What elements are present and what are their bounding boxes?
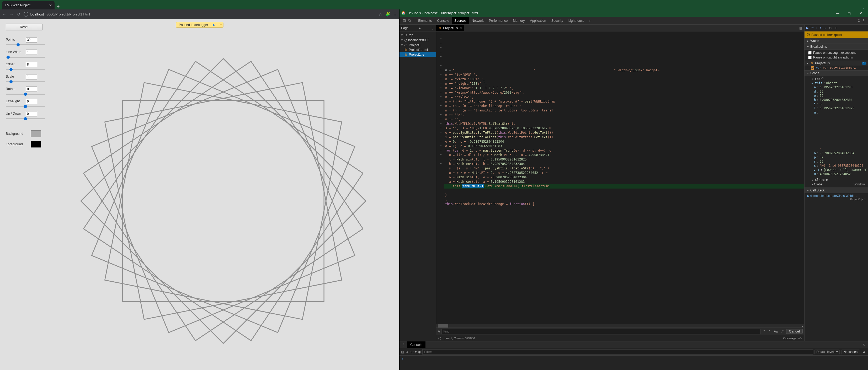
callstack-frame[interactable]: ◆ rtl.module.rtl.createClass.WebH… [805,193,868,198]
linewidth-slider[interactable] [6,57,45,58]
breakpoints-section[interactable]: ▾Breakpoints [805,44,868,50]
find-icon[interactable]: Aͅ [438,330,440,333]
watch-section[interactable]: ▸Watch [805,38,868,44]
step-icon[interactable]: → [824,26,827,30]
offset-slider[interactable] [6,69,45,70]
find-prev-icon[interactable]: ˄ [762,330,766,333]
tree-top[interactable]: ▾🗋top [400,32,436,37]
reset-button[interactable]: Reset [6,24,42,30]
scope-var[interactable]: l: 0.19509032201612825 [808,106,867,111]
scope-var[interactable]: n: " [808,111,867,151]
console-context[interactable]: top ▾ [410,350,416,354]
step-into-icon[interactable]: ↓ [816,26,818,30]
new-tab-button[interactable]: + [55,4,62,9]
scope-var[interactable]: d: 25 [808,89,867,94]
nav-back-icon[interactable]: ← [2,12,7,17]
close-icon[interactable]: ✕ [459,26,462,30]
site-info-icon[interactable]: i [24,12,28,17]
rotate-input[interactable] [26,87,37,92]
console-prompt[interactable]: › [400,356,868,370]
kebab-icon[interactable]: ⋮ [861,19,866,23]
bp-uncaught[interactable]: Pause on uncaught exceptions [808,50,867,55]
rotate-slider[interactable] [6,94,45,95]
tab-elements[interactable]: Elements [415,17,434,24]
log-levels[interactable]: Default levels ▾ [814,349,839,354]
scope-var[interactable]: h: 0.9807852804032304 [808,98,867,102]
scale-input[interactable] [26,74,37,80]
editor-hscrollbar[interactable]: ▸ [436,324,804,328]
scope-var[interactable]: r: 25 [808,159,867,164]
leftright-slider[interactable] [6,106,45,107]
issues-badge[interactable]: No Issues [841,349,860,354]
breakpoint-file[interactable]: ▾🗎 Project1.js 1 [805,61,868,66]
offset-input[interactable] [26,62,37,67]
points-input[interactable] [26,37,37,42]
scope-var[interactable]: u: 4.908738521234052 [808,172,867,176]
find-next-icon[interactable]: ˅ [768,330,771,333]
bookmark-icon[interactable]: ☆ [378,12,383,17]
scope-var[interactable]: e: 32 [808,94,867,98]
tab-network[interactable]: Network [469,17,486,24]
tab-sources[interactable]: Sources [452,17,469,24]
scope-var[interactable]: ▸ this: Object [808,81,867,85]
callstack-section[interactable]: ▾Call Stack [805,187,868,193]
scope-section[interactable]: ▾Scope [805,70,868,76]
scope-var[interactable]: p: 32 [808,155,867,159]
editor-tab[interactable]: 🗎 Project1.js ✕ [436,25,464,31]
regex-icon[interactable]: .* [780,330,784,333]
scope-var[interactable]: i: 8 [808,102,867,106]
tab-application[interactable]: Application [528,17,549,24]
close-icon[interactable]: ✕ [46,3,52,7]
maximize-icon[interactable]: ▢ [844,11,855,15]
console-settings-icon[interactable]: ⚙ [862,350,866,354]
scope-var[interactable]: s: "M0,-1 L0.98078528040323 [808,164,867,168]
fg-swatch[interactable] [31,141,41,148]
settings-icon[interactable]: ⚙ [858,19,861,23]
chevron-down-icon[interactable]: ⌄ [860,5,868,9]
tab-lighthouse[interactable]: Lighthouse [566,17,587,24]
device-icon[interactable]: ⧉ [407,19,412,23]
scope-var[interactable]: ▸ t: {FOwner: null, FName: 'F [808,168,867,172]
drawer-menu-icon[interactable]: ⋮ [400,343,407,347]
console-sidebar-icon[interactable]: ▥ [401,350,404,354]
leftright-input[interactable] [26,99,37,104]
tree-folder[interactable]: ▾🗀Project1 [400,42,436,48]
resume-icon[interactable]: ▶ [806,26,809,30]
tree-file-html[interactable]: 🗎Project1.html [400,48,436,52]
menu-icon[interactable]: ⋮ [393,12,398,17]
tab-memory[interactable]: Memory [510,17,527,24]
breakpoint-source[interactable]: var var pas={$libimpor… [805,66,868,70]
bp-caught[interactable]: Pause on caught exceptions [808,55,867,60]
updown-input[interactable] [26,111,37,117]
editor-overflow-icon[interactable]: ▥ [797,26,804,30]
live-expression-icon[interactable]: ◉ [418,350,421,354]
match-case-icon[interactable]: Aa [773,330,779,333]
points-slider[interactable] [6,44,45,45]
tab-security[interactable]: Security [549,17,566,24]
deactivate-bp-icon[interactable]: ⊘ [829,26,832,30]
console-filter-input[interactable] [422,349,813,354]
console-tab[interactable]: Console [407,341,426,348]
step-out-icon[interactable]: ↑ [820,26,822,30]
scale-slider[interactable] [6,81,45,82]
bg-swatch[interactable] [31,130,41,137]
scope-var[interactable]: a: 0.1950903220161283 [808,85,867,89]
linewidth-input[interactable] [26,50,37,55]
pause-on-exc-icon[interactable]: ⏸ [834,26,837,30]
more-tabs-icon[interactable]: » [589,19,590,23]
tab-console[interactable]: Console [434,17,452,24]
step-over-icon[interactable]: ↷ [811,26,814,30]
tree-file-js[interactable]: 🗎Project1.js [400,52,436,57]
clear-console-icon[interactable]: ⊘ [406,350,408,354]
format-icon[interactable]: { } [438,337,441,340]
close-window-icon[interactable]: ✕ [856,11,866,15]
kebab-icon[interactable]: ⋮ [431,26,434,30]
find-cancel-button[interactable]: Cancel [786,329,803,334]
resume-icon[interactable]: ▶ [211,22,217,27]
code-editor[interactable]: –––––––––––––––––––––––––––––– n = ", n … [436,31,804,324]
tree-host[interactable]: ▾◔localhost:8000 [400,37,436,42]
inspect-icon[interactable]: ⮹ [402,19,407,23]
scope-var[interactable]: o: -0.9807852804032304 [808,151,867,155]
more-nav-icon[interactable]: » [419,26,421,30]
tab-performance[interactable]: Performance [486,17,510,24]
